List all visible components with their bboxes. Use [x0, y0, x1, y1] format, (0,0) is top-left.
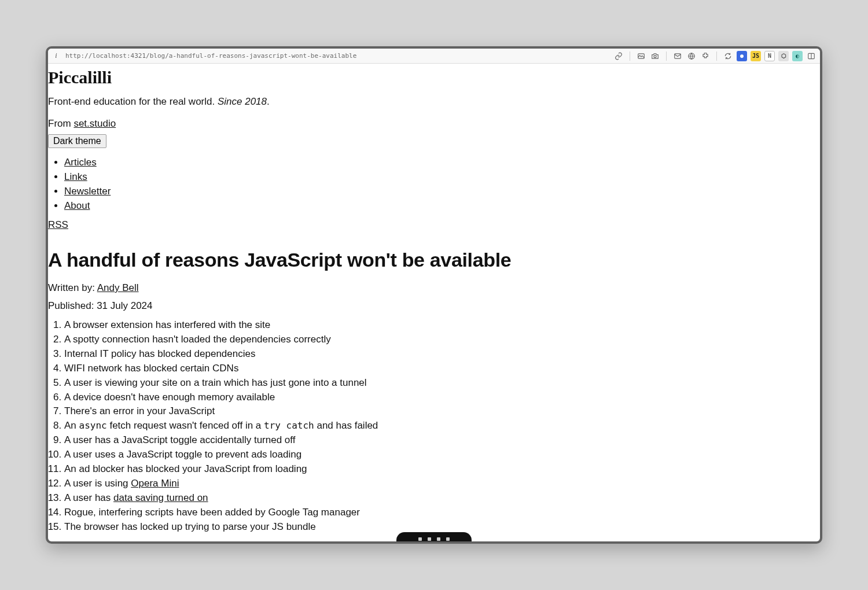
list-item: A user has a JavaScript toggle accidenta…	[64, 434, 820, 447]
byline-prefix: Written by:	[48, 282, 97, 293]
extension-icon[interactable]	[700, 51, 711, 61]
nav-link-links[interactable]: Links	[64, 171, 87, 182]
browser-titlebar: i http://localhost:4321/blog/a-handful-o…	[48, 49, 820, 64]
list-item: Rogue, interfering scripts have been add…	[64, 506, 820, 519]
list-item: WIFI network has blocked certain CDNs	[64, 362, 820, 375]
from-prefix: From	[48, 118, 73, 129]
code-trycatch: try catch	[264, 420, 314, 431]
li-text: An	[64, 420, 79, 431]
site-brand[interactable]: Piccalilli	[48, 66, 820, 90]
dock-peek	[396, 532, 472, 544]
link-icon[interactable]	[613, 51, 624, 61]
mail-icon[interactable]	[672, 51, 683, 61]
svg-point-1	[654, 55, 656, 57]
opera-mini-link[interactable]: Opera Mini	[131, 478, 179, 489]
browser-window: i http://localhost:4321/blog/a-handful-o…	[46, 46, 822, 544]
ext-badge-3[interactable]: N	[764, 51, 775, 61]
rss-line: RSS	[48, 219, 820, 232]
list-item: A device doesn't have enough memory avai…	[64, 391, 820, 404]
list-item: A user is viewing your site on a train w…	[64, 377, 820, 390]
list-item: A user has data saving turned on	[64, 492, 820, 505]
nav-link-articles[interactable]: Articles	[64, 157, 97, 168]
tagline-text: Front-end education for the real world.	[48, 96, 218, 107]
globe-icon[interactable]	[686, 51, 697, 61]
primary-nav: Articles Links Newsletter About	[48, 156, 820, 213]
article-title: A handful of reasons JavaScript won't be…	[48, 247, 820, 274]
data-saving-link[interactable]: data saving turned on	[113, 492, 208, 503]
address-bar[interactable]: http://localhost:4321/blog/a-handful-of-…	[65, 52, 356, 60]
list-item: A user uses a JavaScript toggle to preve…	[64, 448, 820, 462]
nav-item-articles: Articles	[64, 156, 820, 169]
list-item: An async fetch request wasn't fenced off…	[64, 419, 820, 433]
li-text: A user has	[64, 492, 113, 503]
code-async: async	[79, 420, 107, 431]
site-info-icon[interactable]: i	[52, 51, 61, 61]
from-line: From set.studio	[48, 117, 820, 131]
picture-icon[interactable]	[636, 51, 646, 61]
author-link[interactable]: Andy Bell	[97, 282, 139, 293]
ext-badge-5[interactable]: ◐	[792, 51, 803, 61]
published-prefix: Published:	[48, 300, 97, 311]
tagline-since: Since 2018	[218, 96, 267, 107]
list-item: There's an error in your JavaScript	[64, 405, 820, 418]
nav-item-links: Links	[64, 171, 820, 184]
site-tagline: Front-end education for the real world. …	[48, 95, 820, 109]
nav-item-newsletter: Newsletter	[64, 185, 820, 198]
byline: Written by: Andy Bell	[48, 282, 820, 295]
li-text: fetch request wasn't fenced off in a	[107, 420, 264, 431]
ext-badge-1[interactable]: ●	[737, 51, 747, 61]
tagline-suffix: .	[267, 96, 270, 107]
list-item: Internal IT policy has blocked dependenc…	[64, 348, 820, 361]
li-text: A user is using	[64, 478, 131, 489]
from-link[interactable]: set.studio	[73, 118, 116, 129]
ext-badge-2[interactable]: JS	[751, 51, 761, 61]
published-line: Published: 31 July 2024	[48, 300, 820, 313]
ext-badge-4[interactable]: ⬡	[778, 51, 789, 61]
nav-item-about: About	[64, 200, 820, 213]
list-item: A user is using Opera Mini	[64, 477, 820, 491]
list-item: A spotty connection hasn't loaded the de…	[64, 333, 820, 346]
nav-link-about[interactable]: About	[64, 200, 90, 211]
published-date: 31 July 2024	[97, 300, 152, 311]
page-content: Piccalilli Front-end education for the r…	[48, 64, 820, 541]
toolbar-icons: ● JS N ⬡ ◐	[613, 51, 816, 61]
li-text: and has failed	[314, 420, 378, 431]
rss-link[interactable]: RSS	[48, 219, 68, 230]
list-item: An ad blocker has blocked your JavaScrip…	[64, 463, 820, 476]
camera-icon[interactable]	[650, 51, 660, 61]
panel-toggle-icon[interactable]	[806, 51, 816, 61]
theme-toggle-button[interactable]: Dark theme	[48, 134, 106, 148]
nav-link-newsletter[interactable]: Newsletter	[64, 186, 111, 197]
sync-icon[interactable]	[723, 51, 733, 61]
reasons-list: A browser extension has interfered with …	[48, 319, 820, 534]
list-item: A browser extension has interfered with …	[64, 319, 820, 332]
